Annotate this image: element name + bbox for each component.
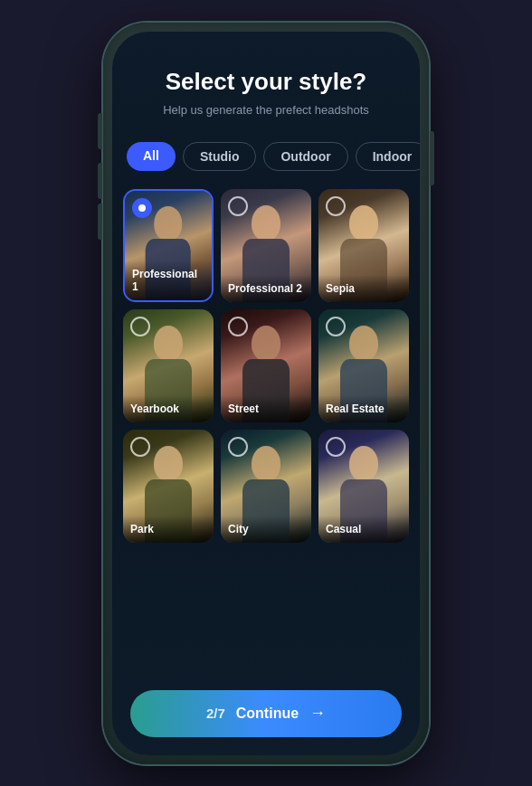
card-label-1: Professional 1 xyxy=(132,268,204,293)
filter-tab-all[interactable]: All xyxy=(127,142,176,171)
filter-tabs-container: All Studio Outdoor Indoor xyxy=(112,131,420,182)
card-select-7 xyxy=(130,437,150,457)
phone-screen: Select your style? Help us generate the … xyxy=(112,32,420,755)
header: Select your style? Help us generate the … xyxy=(112,32,420,131)
filter-tab-indoor[interactable]: Indoor xyxy=(356,142,420,171)
page-subtitle: Help us generate the prefect headshots xyxy=(134,103,398,117)
card-label-2: Professional 2 xyxy=(228,282,304,295)
card-label-overlay-4: Yearbook xyxy=(123,395,214,422)
card-label-6: Real Estate xyxy=(326,402,402,415)
card-label-overlay-2: Professional 2 xyxy=(221,275,311,302)
card-select-6 xyxy=(326,317,346,336)
card-label-5: Street xyxy=(228,402,304,415)
style-card-park[interactable]: Park xyxy=(123,430,214,543)
continue-button[interactable]: 2/7 Continue → xyxy=(130,690,402,737)
card-label-8: City xyxy=(228,523,304,535)
phone-frame: Select your style? Help us generate the … xyxy=(103,23,429,764)
card-select-4 xyxy=(130,317,150,336)
progress-counter: 2/7 xyxy=(206,706,225,721)
style-card-sepia[interactable]: Sepia xyxy=(318,189,409,302)
card-label-9: Casual xyxy=(326,523,402,535)
card-label-3: Sepia xyxy=(326,282,402,295)
card-label-overlay-5: Street xyxy=(221,395,311,422)
style-card-real-estate[interactable]: Real Estate xyxy=(318,309,409,422)
card-label-overlay-8: City xyxy=(221,516,311,543)
card-select-2 xyxy=(228,196,248,216)
card-label-overlay-9: Casual xyxy=(318,516,409,543)
card-select-1 xyxy=(132,198,152,218)
filter-tab-outdoor[interactable]: Outdoor xyxy=(263,142,347,171)
style-card-professional-1[interactable]: Professional 1 xyxy=(123,189,214,302)
style-card-professional-2[interactable]: Professional 2 xyxy=(221,189,311,302)
card-select-9 xyxy=(326,437,346,457)
page-title: Select your style? xyxy=(134,68,398,96)
arrow-icon: → xyxy=(309,704,326,723)
style-card-yearbook[interactable]: Yearbook xyxy=(123,309,214,422)
filter-tab-studio[interactable]: Studio xyxy=(183,142,257,171)
style-grid-container: Professional 1 Professional 2 xyxy=(112,182,420,755)
continue-label: Continue xyxy=(236,706,299,722)
card-label-overlay-3: Sepia xyxy=(318,275,409,302)
card-label-overlay-1: Professional 1 xyxy=(125,260,212,300)
style-card-street[interactable]: Street xyxy=(221,309,311,422)
card-label-7: Park xyxy=(130,523,206,535)
card-label-overlay-6: Real Estate xyxy=(318,395,409,422)
style-card-casual[interactable]: Casual xyxy=(318,430,409,543)
card-select-3 xyxy=(326,196,346,216)
card-select-5 xyxy=(228,317,248,336)
card-label-4: Yearbook xyxy=(130,402,206,415)
card-label-overlay-7: Park xyxy=(123,516,214,543)
style-grid: Professional 1 Professional 2 xyxy=(123,189,409,543)
style-card-city[interactable]: City xyxy=(221,430,311,543)
card-select-8 xyxy=(228,437,248,457)
